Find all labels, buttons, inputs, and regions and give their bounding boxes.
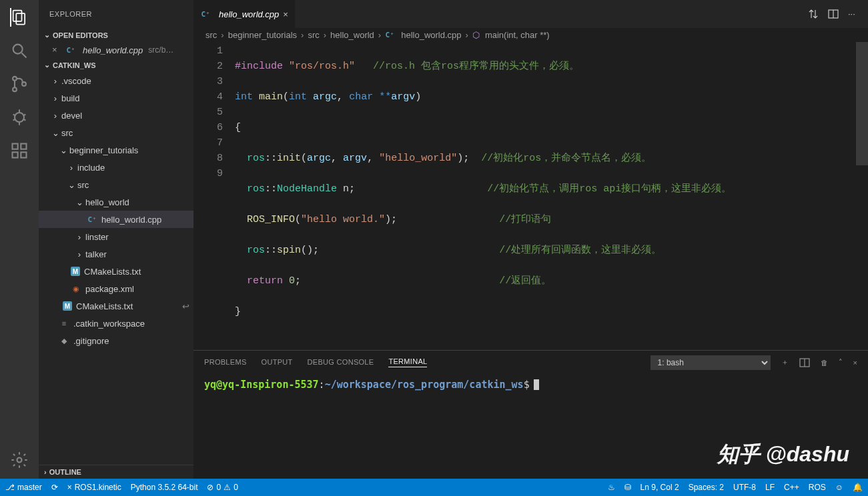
tree-folder[interactable]: ›include: [39, 159, 193, 176]
svg-rect-17: [21, 144, 26, 149]
status-problems[interactable]: ⊘0 ⚠0: [207, 483, 238, 492]
tree-file-active[interactable]: C⁺hello_world.cpp: [39, 211, 193, 228]
activity-bar: [0, 0, 39, 479]
svg-rect-1: [16, 13, 25, 24]
tree-folder[interactable]: ⌄beginner_tutorials: [39, 141, 193, 159]
section-open-editors[interactable]: ⌄OPEN EDITORS: [39, 28, 193, 42]
trash-icon[interactable]: 🗑: [821, 359, 828, 367]
extensions-icon[interactable]: [10, 141, 29, 160]
status-ros[interactable]: ROS: [809, 483, 826, 492]
chevron-right-icon: ›: [75, 232, 84, 242]
symlink-icon: ↩: [182, 301, 189, 311]
tree-file[interactable]: MCMakeLists.txt: [39, 263, 193, 280]
chevron-right-icon: ›: [67, 163, 76, 173]
tree-file[interactable]: ◉package.xml: [39, 280, 193, 297]
svg-point-2: [13, 45, 23, 54]
section-workspace[interactable]: ⌄CATKIN_WS: [39, 58, 193, 72]
tree-folder[interactable]: ⌄hello_world: [39, 193, 193, 211]
more-icon[interactable]: ···: [848, 9, 859, 19]
tree-file[interactable]: ≡.catkin_workspace: [39, 315, 193, 332]
close-icon: ×: [67, 483, 72, 492]
breadcrumbs[interactable]: src› beginner_tutorials› src› hello_worl…: [193, 28, 868, 42]
svg-rect-0: [13, 11, 22, 21]
chevron-right-icon: ›: [378, 30, 381, 40]
status-sync[interactable]: ⟳: [51, 483, 58, 492]
line-numbers: 123456789: [193, 42, 235, 350]
status-spaces[interactable]: Spaces: 2: [689, 483, 724, 492]
bell-icon: 🔔: [853, 483, 863, 492]
chevron-right-icon: ›: [466, 30, 468, 40]
minimap[interactable]: [856, 42, 868, 350]
cmake-file-icon: M: [63, 301, 72, 311]
tab-output[interactable]: OUTPUT: [262, 358, 293, 367]
compare-icon[interactable]: [808, 9, 819, 19]
split-editor-icon[interactable]: [828, 9, 839, 19]
git-branch-icon: ⎇: [5, 483, 15, 492]
tab-debug-console[interactable]: DEBUG CONSOLE: [308, 358, 374, 367]
chevron-down-icon: ⌄: [67, 180, 76, 190]
settings-gear-icon[interactable]: [10, 451, 29, 469]
status-flame[interactable]: ♨: [608, 483, 615, 492]
close-icon[interactable]: ×: [52, 45, 63, 55]
source-control-icon[interactable]: [10, 75, 29, 93]
svg-point-4: [13, 77, 17, 81]
svg-line-3: [22, 53, 27, 58]
tree-folder[interactable]: ›linster: [39, 228, 193, 245]
chevron-right-icon: ›: [51, 111, 60, 121]
status-bar: ⎇master ⟳ ×ROS1.kinetic Python 3.5.2 64-…: [0, 479, 868, 496]
code-content[interactable]: #include "ros/ros.h" //ros.h 包含ros程序常用的头…: [235, 42, 868, 350]
sync-icon: ⟳: [51, 483, 58, 492]
file-tree: ›.vscode ›build ›devel ⌄src ⌄beginner_tu…: [39, 72, 193, 465]
section-outline[interactable]: ›OUTLINE: [39, 465, 193, 479]
tree-folder[interactable]: ⌄src: [39, 176, 193, 193]
chevron-right-icon: ›: [221, 30, 224, 40]
tree-folder[interactable]: ⌄src: [39, 124, 193, 141]
explorer-icon[interactable]: [10, 8, 29, 27]
sidebar-title: EXPLORER: [39, 0, 193, 28]
editor-area: C⁺ hello_world.cpp × ··· src› beginner_t…: [193, 0, 868, 479]
split-terminal-icon[interactable]: [799, 357, 810, 368]
warning-icon: ⚠: [224, 483, 231, 492]
tree-folder[interactable]: ›.vscode: [39, 72, 193, 89]
cmake-file-icon: M: [71, 267, 80, 276]
status-feedback[interactable]: ☺: [835, 483, 843, 492]
tab-terminal[interactable]: TERMINAL: [388, 357, 427, 367]
search-icon[interactable]: [10, 41, 29, 60]
status-python[interactable]: Python 3.5.2 64-bit: [131, 483, 198, 492]
editor[interactable]: 123456789 #include "ros/ros.h" //ros.h 包…: [193, 42, 868, 350]
tree-folder[interactable]: ›devel: [39, 107, 193, 124]
new-terminal-icon[interactable]: ＋: [781, 357, 789, 367]
gitignore-file-icon: ◆: [59, 335, 69, 346]
status-notifications[interactable]: 🔔: [853, 483, 863, 492]
close-panel-icon[interactable]: ×: [853, 359, 857, 367]
svg-point-6: [22, 82, 26, 86]
status-eol[interactable]: LF: [765, 483, 775, 492]
svg-point-5: [13, 87, 17, 91]
status-db[interactable]: ⛁: [624, 483, 631, 492]
close-icon[interactable]: ×: [283, 9, 288, 19]
chevron-down-icon: ⌄: [51, 128, 60, 138]
status-language[interactable]: C++: [784, 483, 799, 492]
svg-point-7: [15, 113, 24, 122]
tree-folder[interactable]: ›build: [39, 89, 193, 107]
tree-file[interactable]: ◆.gitignore: [39, 332, 193, 349]
maximize-panel-icon[interactable]: ˄: [839, 358, 843, 367]
svg-rect-15: [13, 152, 18, 157]
chevron-down-icon: ⌄: [44, 31, 50, 39]
chevron-down-icon: ⌄: [59, 145, 68, 155]
cpp-file-icon: C⁺: [385, 29, 394, 40]
status-cursor-pos[interactable]: Ln 9, Col 2: [640, 483, 679, 492]
terminal-select[interactable]: 1: bash: [650, 355, 771, 370]
debug-icon[interactable]: [10, 108, 29, 127]
tree-folder[interactable]: ›talker: [39, 245, 193, 263]
chevron-right-icon: ›: [324, 30, 326, 40]
status-encoding[interactable]: UTF-8: [733, 483, 756, 492]
status-branch[interactable]: ⎇master: [5, 483, 42, 492]
status-ros-version[interactable]: ×ROS1.kinetic: [67, 483, 121, 492]
open-editor-item[interactable]: × C⁺ hello_world.cpp src/b…: [39, 42, 193, 58]
tab-hello-world[interactable]: C⁺ hello_world.cpp ×: [193, 0, 296, 28]
cpp-file-icon: C⁺: [65, 45, 76, 55]
tab-problems[interactable]: PROBLEMS: [204, 358, 247, 367]
cursor: [534, 379, 539, 390]
tree-file[interactable]: MCMakeLists.txt↩: [39, 297, 193, 315]
